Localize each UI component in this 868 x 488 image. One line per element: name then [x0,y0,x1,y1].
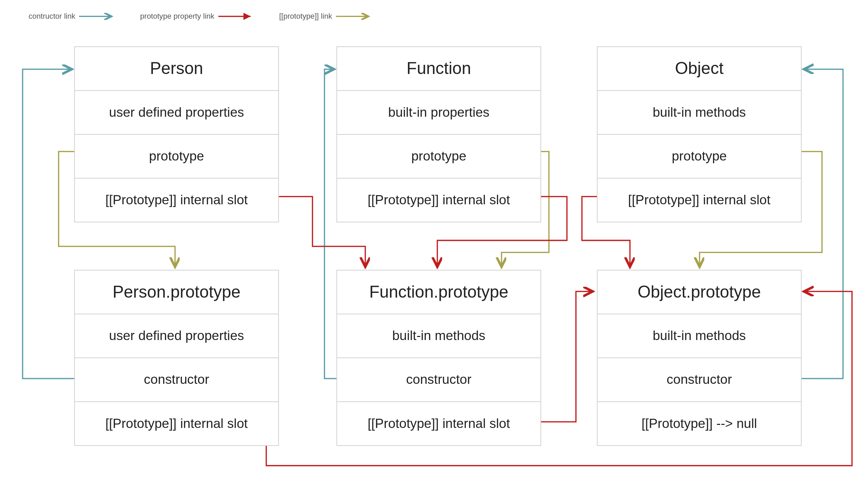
box-person-title: Person [75,47,278,91]
legend-prototype-slot-link: [[prototype]] link [279,12,372,21]
box-object: Object built-in methods prototype [[Prot… [597,46,802,223]
arrow-icon [79,13,115,20]
box-object-row-prototype: prototype [597,135,801,179]
box-object-row-proto-slot: [[Prototype]] internal slot [597,179,801,222]
box-person-prototype-title: Person.prototype [75,270,278,314]
box-function: Function built-in properties prototype [… [336,46,541,223]
legend-prototype-property-link: prototype property link [140,12,254,21]
legend-constructor-label: contructor link [28,12,75,21]
box-object-prototype-title: Object.prototype [597,270,801,314]
legend: contructor link prototype property link … [28,12,372,21]
box-object-title: Object [597,47,801,91]
box-function-row-proto-slot: [[Prototype]] internal slot [337,179,540,222]
box-person: Person user defined properties prototype… [74,46,279,223]
box-object-prototype-row-proto-null: [[Prototype]] --> null [597,402,801,445]
box-object-prototype-row-constructor: constructor [597,358,801,402]
box-object-prototype: Object.prototype built-in methods constr… [597,270,802,446]
box-function-prototype-row-methods: built-in methods [337,314,540,358]
box-person-row-proto-slot: [[Prototype]] internal slot [75,179,278,222]
box-person-prototype-row-proto-slot: [[Prototype]] internal slot [75,402,278,445]
box-object-row-methods: built-in methods [597,91,801,135]
box-function-row-properties: built-in properties [337,91,540,135]
arrow-icon [218,13,254,20]
box-person-prototype-row-constructor: constructor [75,358,278,402]
box-person-row-prototype: prototype [75,135,278,179]
arrow-icon [336,13,372,20]
box-person-prototype-row-properties: user defined properties [75,314,278,358]
legend-constructor-link: contructor link [28,12,115,21]
box-function-prototype: Function.prototype built-in methods cons… [336,270,541,446]
box-function-title: Function [337,47,540,91]
box-function-prototype-row-constructor: constructor [337,358,540,402]
box-function-prototype-title: Function.prototype [337,270,540,314]
diagram-canvas: contructor link prototype property link … [0,0,868,488]
box-person-row-properties: user defined properties [75,91,278,135]
legend-protoslot-label: [[prototype]] link [279,12,332,21]
box-function-prototype-row-proto-slot: [[Prototype]] internal slot [337,402,540,445]
box-object-prototype-row-methods: built-in methods [597,314,801,358]
box-person-prototype: Person.prototype user defined properties… [74,270,279,446]
box-function-row-prototype: prototype [337,135,540,179]
legend-protoprop-label: prototype property link [140,12,214,21]
